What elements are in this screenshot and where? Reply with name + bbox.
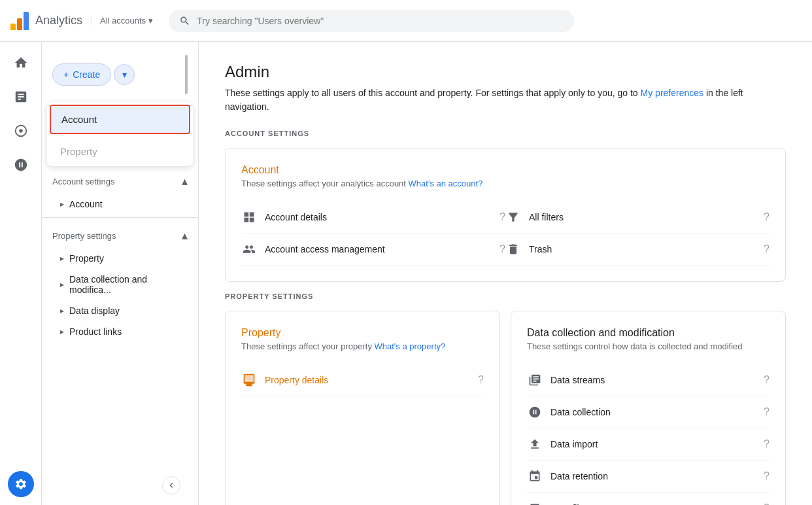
create-dropdown-menu: Account Property xyxy=(47,102,193,166)
analytics-logo-icon xyxy=(10,12,29,30)
search-input[interactable] xyxy=(197,16,564,26)
property-settings-section: Property settings Property Data collecti… xyxy=(42,220,198,342)
account-details-help-icon[interactable]: ? xyxy=(499,211,505,223)
data-collection-card: Data collection and modification These s… xyxy=(511,311,786,505)
data-retention-item[interactable]: Data retention ? xyxy=(527,461,770,493)
data-retention-help-icon[interactable]: ? xyxy=(764,470,770,482)
nav-account-item[interactable]: Account xyxy=(42,194,198,215)
property-settings-collapse-icon[interactable] xyxy=(182,228,188,243)
property-details-help-icon[interactable]: ? xyxy=(478,374,484,386)
all-accounts-link[interactable]: All accounts xyxy=(92,16,153,26)
data-collection-card-title: Data collection and modification xyxy=(527,327,770,339)
sidebar-home-icon[interactable] xyxy=(5,47,37,78)
property-settings-section-label: PROPERTY SETTINGS xyxy=(225,292,786,300)
grid-icon xyxy=(241,209,257,225)
logo-area: Analytics All accounts xyxy=(10,12,153,30)
property-card-items: Property details ? xyxy=(241,364,484,396)
data-collection-arrow-icon xyxy=(60,280,64,289)
property-details-item[interactable]: Property details ? xyxy=(241,364,484,396)
account-arrow-icon xyxy=(60,200,64,209)
accounts-chevron-icon xyxy=(148,16,153,26)
sidebar-bottom xyxy=(8,471,34,497)
people-icon xyxy=(241,241,257,257)
account-card-left: Account details ? Account access managem… xyxy=(241,201,505,266)
account-settings-section-label: ACCOUNT SETTINGS xyxy=(225,130,786,137)
admin-subtitle: These settings apply to all users of thi… xyxy=(225,86,786,114)
account-details-item[interactable]: Account details ? xyxy=(241,201,505,234)
dropdown-account-item[interactable]: Account xyxy=(50,105,190,134)
dropdown-property-item[interactable]: Property xyxy=(47,137,193,166)
scrollbar-area xyxy=(185,55,188,94)
nav-collapse-button[interactable] xyxy=(162,476,180,495)
account-settings-header: Account settings xyxy=(42,166,198,194)
main-content: Admin These settings apply to all users … xyxy=(199,42,812,505)
account-card-subtitle: These settings affect your analytics acc… xyxy=(241,179,770,188)
account-card: Account These settings affect your analy… xyxy=(225,148,786,282)
property-settings-row: Property These settings affect your prop… xyxy=(225,311,786,505)
import-icon xyxy=(527,436,543,452)
filter-icon xyxy=(505,209,521,225)
my-preferences-link[interactable]: My preferences xyxy=(641,88,703,98)
property-card: Property These settings affect your prop… xyxy=(225,311,500,505)
create-dropdown-button[interactable] xyxy=(114,64,135,85)
account-access-item[interactable]: Account access management ? xyxy=(241,234,505,266)
icon-sidebar xyxy=(0,42,42,505)
account-settings-collapse-icon[interactable] xyxy=(182,174,188,188)
plus-icon: + xyxy=(63,69,69,80)
trash-help-icon[interactable]: ? xyxy=(764,243,770,255)
data-filters-icon xyxy=(527,500,543,505)
nav-product-links-item[interactable]: Product links xyxy=(42,321,198,342)
data-collection-items: Data streams ? Data collection ? Data im… xyxy=(527,364,770,505)
account-settings-section: Account settings Account xyxy=(42,166,198,215)
account-card-title: Account xyxy=(241,164,770,176)
retention-icon xyxy=(527,468,543,484)
sidebar-advertising-icon[interactable] xyxy=(5,149,37,181)
data-import-item[interactable]: Data import ? xyxy=(527,428,770,461)
data-streams-help-icon[interactable]: ? xyxy=(764,374,770,386)
nav-panel: + Create Account Property Account settin… xyxy=(42,42,199,505)
account-card-items: Account details ? Account access managem… xyxy=(241,201,770,266)
page-title: Admin xyxy=(225,63,786,81)
data-collection-item[interactable]: Data collection ? xyxy=(527,396,770,428)
account-card-right: All filters ? Trash ? xyxy=(505,201,770,266)
trash-icon xyxy=(505,241,521,257)
account-access-help-icon[interactable]: ? xyxy=(499,243,505,255)
data-filters-help-icon[interactable]: ? xyxy=(764,502,770,505)
all-filters-help-icon[interactable]: ? xyxy=(764,211,770,223)
trash-item[interactable]: Trash ? xyxy=(505,234,770,266)
search-bar[interactable] xyxy=(169,10,574,32)
product-links-arrow-icon xyxy=(60,327,64,336)
data-collection-card-subtitle: These settings control how data is colle… xyxy=(527,341,770,351)
app-title: Analytics xyxy=(35,14,82,27)
nav-data-collection-item[interactable]: Data collection and modifica... xyxy=(42,269,198,300)
whats-property-link[interactable]: What's a property? xyxy=(375,341,446,351)
sidebar-explore-icon[interactable] xyxy=(5,115,37,147)
create-button-area: + Create xyxy=(42,47,198,102)
property-card-title: Property xyxy=(241,327,484,339)
property-settings-header: Property settings xyxy=(42,220,198,248)
data-streams-item[interactable]: Data streams ? xyxy=(527,364,770,396)
scroll-indicator xyxy=(185,55,188,94)
property-card-subtitle: These settings affect your property What… xyxy=(241,341,484,351)
property-arrow-icon xyxy=(60,254,64,263)
data-filters-item[interactable]: Data filters ? xyxy=(527,493,770,505)
whats-account-link[interactable]: What's an account? xyxy=(409,179,483,188)
data-import-help-icon[interactable]: ? xyxy=(764,438,770,450)
all-filters-item[interactable]: All filters ? xyxy=(505,201,770,234)
data-collection-help-icon[interactable]: ? xyxy=(764,406,770,418)
search-icon xyxy=(179,15,190,27)
streams-icon xyxy=(527,372,543,388)
monitor-icon xyxy=(241,372,257,388)
create-chevron-icon xyxy=(122,69,127,80)
nav-property-item[interactable]: Property xyxy=(42,248,198,269)
svg-point-1 xyxy=(19,129,23,133)
collection-icon xyxy=(527,404,543,420)
sidebar-reports-icon[interactable] xyxy=(5,81,37,113)
create-button[interactable]: + Create xyxy=(52,63,111,86)
settings-fab-button[interactable] xyxy=(8,471,34,497)
nav-divider xyxy=(42,217,198,218)
data-display-arrow-icon xyxy=(60,306,64,315)
nav-data-display-item[interactable]: Data display xyxy=(42,300,198,321)
topbar: Analytics All accounts xyxy=(0,0,812,42)
